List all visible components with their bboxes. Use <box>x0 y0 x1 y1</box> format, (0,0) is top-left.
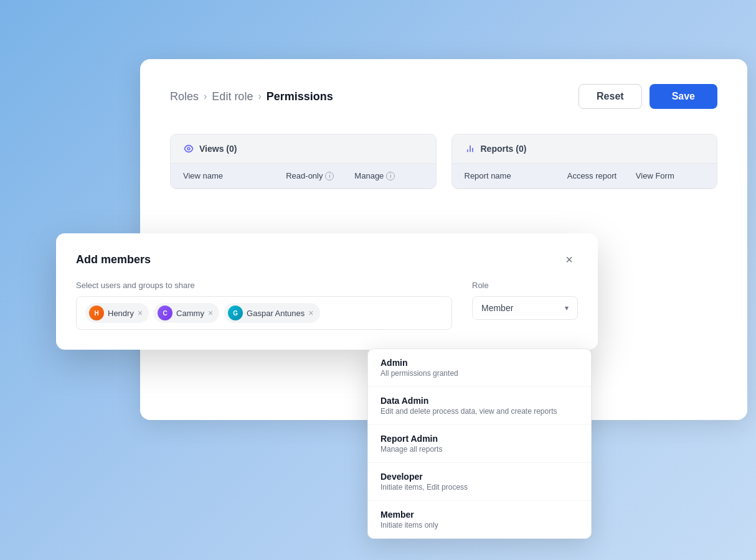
modal-title: Add members <box>76 253 151 266</box>
avatar-cammy: C <box>158 306 172 320</box>
avatar-gaspar: G <box>228 306 243 320</box>
views-col-readonly: Read-only i <box>286 171 354 180</box>
dropdown-item-member-name: Member <box>380 510 579 520</box>
reports-table-header: Report name Access report View Form <box>452 164 717 189</box>
panels-row: Views (0) View name Read-only i Manage i <box>170 134 717 189</box>
readonly-info-icon[interactable]: i <box>325 172 334 180</box>
manage-info-icon[interactable]: i <box>386 172 395 180</box>
reports-col-access: Access report <box>567 171 636 180</box>
reset-button[interactable]: Reset <box>579 84 642 109</box>
dropdown-item-developer-name: Developer <box>380 472 579 482</box>
user-name-gaspar: Gaspar Antunes <box>247 309 305 318</box>
views-panel: Views (0) View name Read-only i Manage i <box>170 134 437 189</box>
views-col-manage: Manage i <box>354 171 423 180</box>
breadcrumb-roles[interactable]: Roles <box>170 90 199 103</box>
dropdown-item-developer-desc: Initiate items, Edit process <box>380 483 579 492</box>
users-section: Select users and groups to share H Hendr… <box>76 281 452 330</box>
reports-panel-header: Reports (0) <box>452 134 717 164</box>
svg-point-0 <box>187 147 190 150</box>
reports-panel: Reports (0) Report name Access report Vi… <box>451 134 718 189</box>
chart-icon <box>465 143 476 154</box>
avatar-hendry: H <box>89 306 104 320</box>
remove-hendry-button[interactable]: × <box>138 308 143 318</box>
dropdown-item-admin-desc: All permissions granted <box>380 369 579 378</box>
dropdown-item-data-admin-desc: Edit and delete process data, view and c… <box>380 407 579 416</box>
views-col-name: View name <box>183 171 286 180</box>
chevron-down-icon: ▾ <box>565 304 569 312</box>
breadcrumb-permissions: Permissions <box>267 90 333 103</box>
views-panel-header: Views (0) <box>171 134 436 164</box>
users-section-label: Select users and groups to share <box>76 281 452 290</box>
modal-body: Select users and groups to share H Hendr… <box>76 281 578 330</box>
views-table-header: View name Read-only i Manage i <box>171 164 436 189</box>
dropdown-item-report-admin-desc: Manage all reports <box>380 445 579 454</box>
role-section: Role Member ▾ <box>472 281 578 320</box>
user-tag-cammy: C Cammy × <box>154 303 219 323</box>
user-name-hendry: Hendry <box>108 309 134 318</box>
breadcrumb-sep-2: › <box>258 91 261 102</box>
role-section-label: Role <box>472 281 578 290</box>
breadcrumb-actions: Reset Save <box>579 84 717 109</box>
remove-gaspar-button[interactable]: × <box>308 308 313 318</box>
user-tag-hendry: H Hendry × <box>85 303 149 323</box>
breadcrumb-sep-1: › <box>204 91 207 102</box>
dropdown-item-data-admin-name: Data Admin <box>380 396 579 406</box>
dropdown-item-admin[interactable]: Admin All permissions granted <box>368 349 591 387</box>
dropdown-item-admin-name: Admin <box>380 358 579 368</box>
add-members-modal: Add members × Select users and groups to… <box>56 233 598 350</box>
breadcrumb-edit-role[interactable]: Edit role <box>212 90 253 103</box>
role-dropdown: Admin All permissions granted Data Admin… <box>367 348 592 539</box>
modal-footer <box>76 330 578 350</box>
dropdown-item-data-admin[interactable]: Data Admin Edit and delete process data,… <box>368 387 591 425</box>
dropdown-item-report-admin-name: Report Admin <box>380 434 579 444</box>
breadcrumb: Roles › Edit role › Permissions Reset Sa… <box>170 84 717 109</box>
dropdown-item-report-admin[interactable]: Report Admin Manage all reports <box>368 425 591 463</box>
reports-col-name: Report name <box>465 171 567 180</box>
role-select[interactable]: Member ▾ <box>472 296 578 320</box>
close-button[interactable]: × <box>560 251 578 268</box>
modal-header: Add members × <box>76 251 578 268</box>
eye-icon <box>183 143 194 154</box>
users-input-row[interactable]: H Hendry × C Cammy × G Gaspar Antunes × <box>76 296 452 330</box>
save-button[interactable]: Save <box>650 84 717 109</box>
reports-panel-title: Reports (0) <box>481 144 527 154</box>
user-name-cammy: Cammy <box>176 309 204 318</box>
dropdown-item-member-desc: Initiate items only <box>380 521 579 530</box>
dropdown-item-developer[interactable]: Developer Initiate items, Edit process <box>368 463 591 501</box>
role-selected-value: Member <box>481 303 513 313</box>
user-tag-gaspar: G Gaspar Antunes × <box>224 303 319 323</box>
views-panel-title: Views (0) <box>199 144 237 154</box>
remove-cammy-button[interactable]: × <box>208 308 213 318</box>
reports-col-form: View Form <box>636 171 704 180</box>
dropdown-item-member[interactable]: Member Initiate items only <box>368 501 591 538</box>
